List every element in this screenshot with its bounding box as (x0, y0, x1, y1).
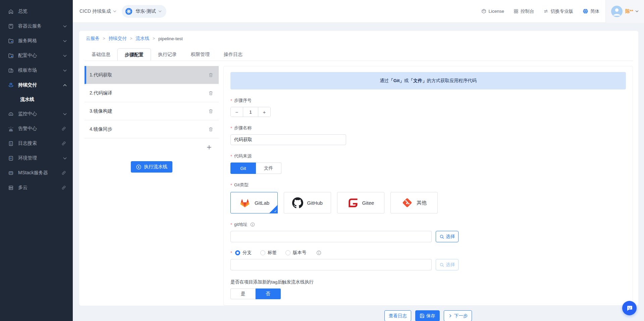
ref-type-radio-group: * 分支 标签 版本号 (230, 250, 626, 256)
tag-trigger-label: 是否在项目添加新的tag后触发流水线执行 (230, 279, 626, 285)
avatar (611, 6, 623, 17)
chevron-down-icon (63, 24, 67, 27)
multicloud-icon (8, 185, 14, 191)
content-panel: 云服务 > 持续交付 > 流水线 > pipeline-test 基础信息 步骤… (79, 31, 638, 306)
git-type-gitee[interactable]: Gitee (337, 192, 384, 213)
step-item-code-compile[interactable]: 2.代码编译 (85, 84, 219, 102)
radio-dot (285, 250, 290, 255)
sidebar-item-pipeline[interactable]: 流水线 (0, 92, 73, 107)
server-icon (8, 170, 14, 176)
external-link-icon (61, 126, 66, 131)
breadcrumb-cloud-service[interactable]: 云服务 (86, 36, 100, 42)
breadcrumb: 云服务 > 持续交付 > 流水线 > pipeline-test (85, 36, 633, 42)
feedback-fab[interactable] (622, 301, 637, 315)
add-step-icon[interactable] (206, 144, 212, 150)
git-url-input[interactable] (230, 231, 432, 242)
step-name-input[interactable] (230, 134, 346, 145)
language-switcher[interactable]: 简体 (583, 8, 599, 14)
add-step-row (85, 138, 219, 156)
region-selector[interactable]: 华东-测试 (122, 5, 166, 18)
breadcrumb-current: pipeline-test (158, 36, 183, 41)
delete-step-icon[interactable] (208, 109, 213, 114)
code-source-toggle: Git 文件 (230, 163, 281, 174)
tab-step-config[interactable]: 步骤配置 (117, 48, 151, 61)
code-source-file[interactable]: 文件 (256, 163, 281, 174)
ref-select-button[interactable]: 选择 (436, 259, 459, 270)
user-icon (611, 6, 623, 17)
run-pipeline-button[interactable]: 执行流水线 (131, 161, 172, 173)
chat-smiley-icon (626, 305, 633, 312)
sidebar-item-overview[interactable]: 总览 (0, 4, 73, 19)
view-log-button[interactable]: 查看日志 (384, 310, 411, 321)
switch-arrows-icon (543, 9, 548, 14)
console-grid-icon (514, 9, 519, 14)
delete-step-icon[interactable] (208, 127, 213, 132)
step-item-code-fetch[interactable]: 1.代码获取 (85, 66, 219, 84)
git-type-other[interactable]: 其他 (390, 192, 438, 213)
radio-tag[interactable]: 标签 (260, 250, 277, 256)
git-type-cards: GitLab ✓ GitHub Gitee (230, 192, 626, 213)
console-link[interactable]: 控制台 (514, 8, 534, 14)
tag-trigger-yes[interactable]: 是 (230, 288, 256, 299)
sidebar-item-template-market[interactable]: 模板市场 (0, 63, 73, 78)
step-name-label: * 步骤名称 (230, 125, 626, 131)
stepper-increase-button[interactable]: + (258, 107, 270, 117)
radio-branch[interactable]: 分支 (235, 250, 252, 256)
ref-value-input[interactable] (230, 259, 432, 270)
sidebar-item-log-search[interactable]: 日志搜索 (0, 136, 73, 151)
chevron-down-icon (636, 9, 638, 12)
mesh-icon (8, 38, 14, 44)
sidebar-item-container-cloud[interactable]: 容器云服务 (0, 19, 73, 34)
git-url-select-button[interactable]: 选择 (436, 231, 459, 242)
chevron-down-icon (63, 68, 67, 72)
page-content: 云服务 > 持续交付 > 流水线 > pipeline-test 基础信息 步骤… (73, 23, 644, 321)
code-source-git[interactable]: Git (230, 163, 256, 174)
sidebar: 总览 容器云服务 服务网格 配置中心 模板市场 持续交付 流水线 监控中心 告警… (0, 0, 73, 321)
breadcrumb-continuous-delivery[interactable]: 持续交付 (109, 36, 127, 42)
tab-exec-records[interactable]: 执行记录 (151, 48, 184, 61)
tag-trigger-no[interactable]: 否 (256, 288, 281, 299)
chevron-right-icon (448, 314, 452, 318)
user-menu[interactable]: 陈** (605, 0, 644, 23)
license-link[interactable]: License (481, 9, 504, 14)
sidebar-item-mstack-server[interactable]: MStack服务器 (0, 166, 73, 180)
save-icon (420, 313, 425, 318)
home-icon (8, 9, 14, 14)
step-number-stepper: − 1 + (230, 107, 271, 117)
tab-permissions[interactable]: 权限管理 (184, 48, 217, 61)
git-type-gitlab[interactable]: GitLab ✓ (230, 192, 278, 213)
next-step-button[interactable]: 下一步 (444, 310, 472, 321)
delete-step-icon[interactable] (208, 72, 213, 77)
search-icon (439, 262, 444, 267)
container-icon (8, 23, 14, 29)
sidebar-item-config-center[interactable]: 配置中心 (0, 48, 73, 63)
step-item-image-sync[interactable]: 4.镜像同步 (85, 120, 219, 138)
sidebar-item-service-mesh[interactable]: 服务网格 (0, 34, 73, 48)
stepper-decrease-button[interactable]: − (231, 107, 243, 117)
search-icon (439, 234, 444, 239)
step-item-image-build[interactable]: 3.镜像构建 (85, 102, 219, 120)
switch-pro-link[interactable]: 切换专业版 (543, 8, 573, 14)
info-icon[interactable] (250, 222, 255, 227)
tab-basic-info[interactable]: 基础信息 (85, 48, 117, 61)
delete-step-icon[interactable] (208, 90, 213, 95)
info-icon[interactable] (316, 250, 321, 255)
git-type-github[interactable]: GitHub (284, 192, 331, 213)
sidebar-item-monitor-center[interactable]: 监控中心 (0, 107, 73, 121)
save-button[interactable]: 保存 (415, 310, 440, 321)
chevron-down-icon (63, 39, 67, 42)
radio-dot (235, 250, 240, 255)
breadcrumb-pipeline[interactable]: 流水线 (136, 36, 150, 42)
sidebar-item-alert-center[interactable]: 告警中心 (0, 121, 73, 136)
radio-version[interactable]: 版本号 (285, 250, 307, 256)
form-footer-buttons: 查看日志 保存 下一步 (223, 310, 633, 321)
external-link-icon (61, 185, 66, 190)
tab-operation-logs[interactable]: 操作日志 (217, 48, 250, 61)
sidebar-item-continuous-delivery[interactable]: 持续交付 (0, 78, 73, 92)
product-dropdown[interactable]: CICD 持续集成 (79, 8, 116, 14)
sidebar-item-multicloud[interactable]: 多云 (0, 180, 73, 195)
stepper-value[interactable]: 1 (243, 107, 258, 117)
play-circle-icon (136, 164, 142, 170)
sidebar-item-env-management[interactable]: 环境管理 (0, 151, 73, 166)
header-actions: License 控制台 切换专业版 简体 (481, 8, 599, 14)
